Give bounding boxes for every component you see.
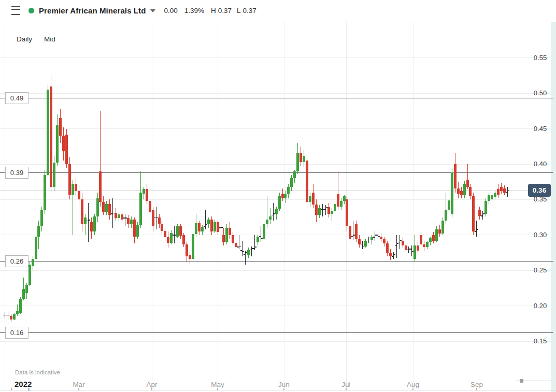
candle bbox=[334, 204, 336, 211]
candle bbox=[281, 194, 284, 198]
candle bbox=[210, 220, 213, 231]
tab-mid[interactable]: Mid bbox=[44, 35, 55, 43]
candle bbox=[364, 241, 367, 246]
candle bbox=[93, 216, 96, 231]
candle bbox=[84, 217, 87, 225]
candle bbox=[207, 220, 210, 225]
candle bbox=[454, 164, 457, 188]
menu-icon[interactable] bbox=[11, 6, 20, 15]
interval-tabs: Daily Mid bbox=[17, 35, 55, 43]
candle bbox=[451, 172, 453, 213]
candle bbox=[133, 220, 136, 237]
candle bbox=[337, 194, 339, 207]
candle bbox=[278, 196, 281, 209]
candle bbox=[300, 153, 302, 162]
candle bbox=[349, 226, 351, 238]
axis-handle[interactable] bbox=[520, 379, 523, 383]
candle bbox=[161, 224, 163, 231]
price-change-pct: 1.39% bbox=[184, 7, 204, 14]
candle bbox=[139, 193, 142, 225]
candle bbox=[296, 153, 299, 171]
candle bbox=[47, 90, 49, 175]
candle bbox=[50, 86, 52, 187]
candle bbox=[293, 171, 296, 179]
candlestick-chart[interactable] bbox=[0, 0, 556, 392]
candle bbox=[37, 226, 40, 236]
candle bbox=[149, 201, 151, 212]
candle bbox=[343, 196, 346, 201]
candle bbox=[405, 245, 407, 250]
candle bbox=[266, 220, 268, 225]
candle bbox=[309, 196, 311, 202]
high-value: 0.37 bbox=[218, 7, 232, 14]
candle bbox=[263, 224, 265, 238]
candle bbox=[497, 189, 500, 195]
candle bbox=[176, 226, 179, 236]
candle bbox=[445, 210, 447, 221]
candle bbox=[65, 135, 68, 164]
candle bbox=[105, 204, 108, 212]
candle bbox=[127, 218, 130, 224]
candle bbox=[217, 222, 219, 232]
candle bbox=[182, 235, 185, 244]
candle bbox=[53, 163, 55, 187]
candle bbox=[222, 235, 225, 242]
current-price-badge: 0.36 bbox=[528, 184, 551, 197]
candle bbox=[312, 193, 315, 205]
candle bbox=[225, 228, 228, 242]
candle bbox=[158, 217, 161, 224]
candle bbox=[417, 245, 419, 251]
candle bbox=[432, 235, 435, 241]
candle bbox=[472, 196, 475, 231]
status-dot bbox=[28, 8, 34, 13]
candle bbox=[370, 237, 373, 240]
low-label: L bbox=[237, 7, 241, 14]
candle bbox=[102, 202, 105, 212]
candle bbox=[201, 227, 204, 231]
candle bbox=[68, 164, 71, 195]
candle bbox=[13, 314, 16, 320]
candle bbox=[435, 229, 438, 241]
candle bbox=[62, 136, 65, 151]
y-axis-label: 0.50 bbox=[529, 89, 551, 97]
chevron-down-icon[interactable] bbox=[150, 9, 155, 12]
candle bbox=[275, 209, 278, 214]
low-value: 0.37 bbox=[243, 7, 256, 14]
candle bbox=[383, 239, 386, 243]
tab-daily[interactable]: Daily bbox=[17, 35, 32, 43]
candle bbox=[189, 255, 191, 259]
candle bbox=[460, 191, 463, 195]
x-axis-label: Jul bbox=[335, 381, 358, 388]
price-change: 0.00 bbox=[164, 7, 177, 14]
candle bbox=[284, 194, 287, 198]
candle bbox=[355, 224, 358, 238]
candle bbox=[195, 223, 197, 235]
instrument-title: Premier African Minerals Ltd bbox=[39, 6, 146, 15]
candle bbox=[16, 311, 19, 314]
candle bbox=[213, 222, 216, 231]
candle bbox=[198, 223, 201, 231]
candle bbox=[28, 265, 31, 284]
y-axis-label: 0.55 bbox=[529, 54, 551, 62]
candle bbox=[318, 208, 321, 215]
x-axis-label: Sep bbox=[465, 381, 488, 388]
candle bbox=[90, 222, 93, 231]
candle bbox=[315, 205, 318, 215]
candle bbox=[463, 184, 466, 195]
candle bbox=[75, 184, 77, 191]
level-price-box: 0.26 bbox=[5, 255, 28, 267]
candle bbox=[96, 198, 99, 217]
high-label: H bbox=[211, 7, 216, 14]
candle bbox=[414, 245, 416, 259]
candle bbox=[146, 189, 148, 201]
candle bbox=[152, 210, 154, 226]
candle bbox=[290, 178, 293, 186]
x-axis-label: Apr bbox=[140, 381, 163, 388]
candle bbox=[287, 187, 290, 194]
x-axis-label: Mar bbox=[67, 381, 90, 388]
candle bbox=[429, 238, 432, 242]
y-axis-label: 0.45 bbox=[529, 125, 551, 133]
candle bbox=[121, 214, 123, 220]
candle bbox=[130, 220, 133, 225]
candle bbox=[438, 229, 441, 234]
